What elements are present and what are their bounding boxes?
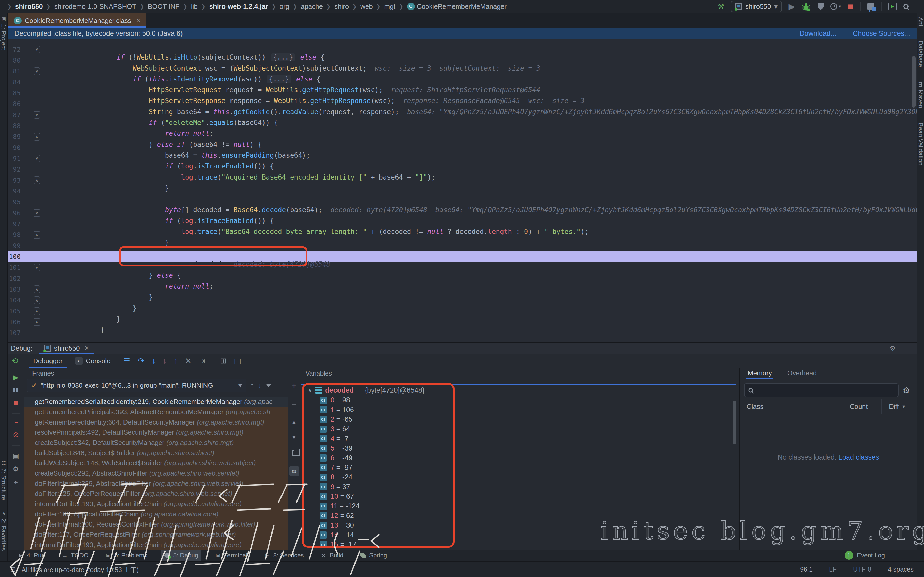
column-count[interactable]: Count xyxy=(843,399,882,414)
file-encoding[interactable]: UTF-8 xyxy=(853,566,871,573)
fold-toggle-icon[interactable]: ∨ xyxy=(34,155,40,162)
stack-frame-row[interactable]: buildWebSubject:148, WebSubject$Builder … xyxy=(24,458,288,468)
tab-console[interactable]: ▸ Console xyxy=(69,354,116,368)
scrollbar-thumb[interactable] xyxy=(912,56,916,108)
stack-frame-row[interactable]: doFilter:117, OncePerRequestFilter (org.… xyxy=(24,530,288,540)
breadcrumb-item[interactable]: mgt xyxy=(384,3,396,11)
evaluate-expression-icon[interactable]: ⊞ xyxy=(220,357,227,365)
next-frame-icon[interactable]: ↓ xyxy=(258,382,262,389)
run-config-select[interactable]: shiro550 ▾ xyxy=(731,1,782,12)
code-line[interactable]: 105 ∧ } xyxy=(8,306,917,317)
fold-toggle-icon[interactable]: ∧ xyxy=(34,318,40,326)
prev-frame-icon[interactable]: ↑ xyxy=(250,382,254,389)
breadcrumb-item[interactable]: web xyxy=(360,3,373,11)
chevron-down-icon[interactable]: ▾ xyxy=(839,4,841,9)
profiler-icon[interactable] xyxy=(830,3,837,10)
step-out-icon[interactable]: ↑ xyxy=(174,357,178,365)
breadcrumb-item[interactable]: lib xyxy=(191,3,198,11)
code-line[interactable]: 106 ∧ } xyxy=(8,317,917,327)
breadcrumb-item[interactable]: BOOT-INF xyxy=(148,3,179,11)
stack-frame-row[interactable]: doFilter:125, OncePerRequestFilter (org.… xyxy=(24,488,288,499)
editor-tab-cookieremembermemanager[interactable]: C CookieRememberMeManager.class ✕ xyxy=(8,13,147,28)
caret-position[interactable]: 96:1 xyxy=(800,566,813,573)
sidebar-item-structure[interactable]: ☷ 7: Structure xyxy=(0,460,7,500)
stack-frame-row[interactable]: createSubject:342, DefaultSecurityManage… xyxy=(24,438,288,448)
move-watch-down-icon[interactable]: ▼ xyxy=(292,435,297,440)
restore-layout-icon[interactable]: ☰ xyxy=(123,357,130,365)
scrollbar-thumb[interactable] xyxy=(733,401,736,444)
stack-frame-row[interactable]: doFilter:166, ApplicationFilterChain (or… xyxy=(24,509,288,519)
breadcrumb-item[interactable]: apache xyxy=(301,3,323,11)
breadcrumb-item[interactable]: shirodemo-1.0-SNAPSHOT xyxy=(54,3,136,11)
thread-dump-icon[interactable]: ▣ xyxy=(13,452,19,459)
force-step-into-icon[interactable]: ↓ xyxy=(163,357,166,365)
stack-frame-row[interactable]: doFilterInternal:359, AbstractShiroFilte… xyxy=(24,478,288,488)
step-over-icon[interactable]: ↷ xyxy=(138,357,144,365)
run-anything-icon[interactable]: ▶ xyxy=(888,3,897,10)
column-class[interactable]: Class xyxy=(740,399,843,414)
stack-frame-row[interactable]: getRememberedSerializedIdentity:219, Coo… xyxy=(24,397,288,407)
code-line[interactable]: 103 ∧ } xyxy=(8,284,917,295)
stack-frame-row[interactable]: getRememberedIdentity:604, DefaultSecuri… xyxy=(24,417,288,427)
toolwindow-button[interactable]: Spring xyxy=(357,550,389,561)
line-separator[interactable]: LF xyxy=(829,566,837,573)
load-classes-link[interactable]: Load classes xyxy=(838,453,879,461)
debug-button[interactable] xyxy=(801,2,811,11)
sidebar-item-maven[interactable]: m Maven xyxy=(917,82,924,108)
fold-toggle-icon[interactable]: ∨ xyxy=(34,111,40,119)
indent-setting[interactable]: 4 spaces xyxy=(888,566,914,573)
toolwindow-button[interactable]: ▣ 6: Problems xyxy=(103,550,150,561)
pause-icon[interactable]: ▮▮ xyxy=(13,387,19,392)
breadcrumb-item[interactable]: shiro550 xyxy=(15,3,43,11)
editor-scrollbar[interactable] xyxy=(911,39,916,342)
tab-memory[interactable]: Memory xyxy=(748,369,772,379)
settings-gear-icon[interactable]: ⚙ xyxy=(13,466,19,472)
add-watch-icon[interactable]: + xyxy=(292,381,297,390)
duplicate-watch-icon[interactable] xyxy=(292,450,297,456)
hide-frames-filter-icon[interactable] xyxy=(266,384,271,387)
fold-toggle-icon[interactable]: ∨ xyxy=(34,68,40,75)
window-icon[interactable]: ⊡ xyxy=(10,566,16,574)
pin-icon[interactable]: ⌖ xyxy=(14,479,18,486)
stack-frame-row[interactable]: getRememberedPrincipals:393, AbstractRem… xyxy=(24,407,288,417)
stack-frame-row[interactable]: doFilterInternal:100, RequestContextFilt… xyxy=(24,519,288,530)
debug-session-tab[interactable]: shiro550 ✕ xyxy=(39,343,94,354)
breadcrumb-item[interactable]: C CookieRememberMeManager xyxy=(407,3,507,11)
thread-selector[interactable]: ✓ "http-nio-8080-exec-10"@6...3 in group… xyxy=(27,379,246,392)
search-icon[interactable] xyxy=(903,4,908,9)
code-editor[interactable]: 72 ∨ if (!WebUtils.isHttp(subjectContext… xyxy=(8,39,917,343)
stack-frame-row[interactable]: buildSubject:846, Subject$Builder (org.a… xyxy=(24,448,288,458)
fold-toggle-icon[interactable]: ∧ xyxy=(34,297,40,304)
sidebar-item-database[interactable]: Database xyxy=(917,41,924,67)
tab-debugger[interactable]: Debugger xyxy=(27,354,69,368)
remove-watch-icon[interactable]: − xyxy=(292,400,297,409)
run-button[interactable]: ▶ xyxy=(789,2,795,11)
toolwindow-button[interactable]: ☰ TODO xyxy=(59,550,91,561)
toolwindow-button[interactable]: ▶ 8: Services xyxy=(262,550,307,561)
close-icon[interactable]: ✕ xyxy=(136,17,141,24)
fold-toggle-icon[interactable]: ∧ xyxy=(34,231,40,239)
choose-sources-link[interactable]: Choose Sources... xyxy=(853,30,910,38)
fold-toggle-icon[interactable]: ∨ xyxy=(34,209,40,217)
fold-toggle-icon[interactable]: ∧ xyxy=(34,307,40,315)
code-line[interactable]: 93 ∧ } xyxy=(8,175,917,186)
toolwindow-button[interactable]: ▶ 4: Run xyxy=(15,550,48,561)
rerun-icon[interactable]: ⟲ xyxy=(11,357,18,365)
project-structure-icon[interactable] xyxy=(867,3,874,10)
build-hammer-icon[interactable]: ⚒ xyxy=(718,3,724,10)
fold-toggle-icon[interactable]: ∨ xyxy=(34,264,40,271)
toolwindow-button[interactable]: 5: Debug xyxy=(162,550,201,561)
hide-panel-icon[interactable]: — xyxy=(903,345,909,351)
breadcrumb-item[interactable]: shiro-web-1.2.4.jar xyxy=(209,3,268,11)
settings-gear-icon[interactable]: ⚙ xyxy=(890,345,896,351)
download-link[interactable]: Download... xyxy=(800,30,836,38)
breadcrumb-item[interactable]: org xyxy=(280,3,289,11)
drop-frame-icon[interactable]: ✕ xyxy=(185,357,191,365)
fold-toggle-icon[interactable]: ∨ xyxy=(34,45,40,53)
toolwindow-button[interactable]: ▣ Terminal xyxy=(212,550,250,561)
event-log-button[interactable]: 1 Event Log xyxy=(845,551,885,560)
close-icon[interactable]: ✕ xyxy=(84,345,89,351)
memory-search[interactable] xyxy=(744,383,899,397)
move-watch-up-icon[interactable]: ▲ xyxy=(292,419,297,424)
stack-frame-row[interactable]: createSubject:292, AbstractShiroFilter (… xyxy=(24,468,288,479)
